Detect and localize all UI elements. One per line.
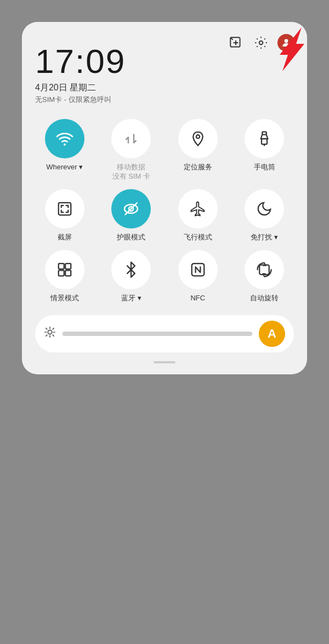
flashlight-icon bbox=[256, 130, 273, 147]
airplane-icon bbox=[190, 201, 206, 217]
quick-toggles-grid: Wherever ▾ 移动数据没有 SIM 卡 定位服务 bbox=[35, 119, 294, 303]
control-panel: 17:09 4月20日 星期二 无SIM卡 - 仅限紧急呼叫 Wherever … bbox=[22, 22, 307, 374]
svg-point-5 bbox=[196, 135, 200, 138]
svg-rect-7 bbox=[262, 139, 267, 144]
svg-rect-18 bbox=[260, 265, 270, 275]
rotate-label: 自动旋转 bbox=[250, 294, 279, 303]
location-circle bbox=[178, 119, 218, 158]
sun-icon bbox=[44, 326, 56, 338]
svg-rect-13 bbox=[59, 264, 64, 269]
edit-button[interactable] bbox=[227, 34, 245, 52]
bluetooth-toggle[interactable]: 蓝牙 ▾ bbox=[102, 250, 161, 303]
eye-protect-toggle[interactable]: 护眼模式 bbox=[102, 189, 161, 242]
bluetooth-icon bbox=[123, 261, 139, 278]
rotate-circle bbox=[245, 250, 284, 289]
svg-point-4 bbox=[64, 144, 65, 146]
wifi-circle bbox=[45, 119, 84, 158]
person-icon bbox=[281, 37, 292, 48]
top-icon-bar bbox=[227, 34, 295, 52]
eye-protect-label: 护眼模式 bbox=[117, 233, 145, 242]
wifi-toggle[interactable]: Wherever ▾ bbox=[35, 119, 94, 181]
location-label: 定位服务 bbox=[184, 163, 212, 172]
time-section: 17:09 4月20日 星期二 无SIM卡 - 仅限紧急呼叫 bbox=[35, 43, 294, 105]
nfc-toggle[interactable]: NFC bbox=[168, 250, 228, 303]
svg-point-1 bbox=[259, 41, 263, 45]
scene-toggle[interactable]: 情景模式 bbox=[35, 250, 94, 303]
brightness-fill bbox=[63, 332, 120, 336]
eye-protect-icon bbox=[122, 200, 140, 218]
wifi-icon bbox=[56, 130, 73, 147]
rotate-toggle[interactable]: 自动旋转 bbox=[235, 250, 294, 303]
dnd-toggle[interactable]: 免打扰 ▾ bbox=[235, 189, 294, 242]
svg-rect-14 bbox=[65, 264, 71, 269]
location-toggle[interactable]: 定位服务 bbox=[168, 119, 228, 181]
svg-rect-15 bbox=[59, 270, 64, 276]
mobile-label: 移动数据没有 SIM 卡 bbox=[112, 163, 150, 181]
brightness-slider[interactable] bbox=[63, 332, 252, 336]
panel-handle bbox=[154, 361, 175, 363]
profile-button[interactable] bbox=[277, 34, 295, 52]
flashlight-toggle[interactable]: 手电筒 bbox=[235, 119, 294, 181]
location-icon bbox=[190, 130, 206, 147]
bluetooth-label: 蓝牙 ▾ bbox=[121, 294, 141, 303]
nfc-circle bbox=[178, 250, 218, 289]
edit-icon bbox=[229, 36, 243, 50]
flashlight-label: 手电筒 bbox=[254, 163, 275, 172]
dnd-icon bbox=[256, 201, 273, 217]
screenshot-label: 截屏 bbox=[58, 233, 72, 242]
settings-button[interactable] bbox=[252, 34, 270, 52]
scene-label: 情景模式 bbox=[50, 294, 79, 303]
mobile-circle bbox=[111, 119, 151, 158]
dnd-label: 免打扰 ▾ bbox=[251, 233, 278, 242]
svg-line-25 bbox=[53, 335, 54, 336]
brightness-icon bbox=[44, 326, 56, 341]
svg-point-19 bbox=[48, 330, 52, 334]
profile-avatar-button[interactable]: A bbox=[259, 321, 285, 347]
svg-point-2 bbox=[285, 39, 288, 43]
eye-protect-circle bbox=[111, 189, 151, 229]
bluetooth-circle bbox=[111, 250, 151, 289]
screenshot-icon bbox=[56, 201, 73, 217]
mobile-data-icon bbox=[123, 130, 139, 147]
svg-rect-16 bbox=[65, 270, 71, 276]
airplane-label: 飞行模式 bbox=[184, 233, 212, 242]
nfc-icon bbox=[190, 261, 206, 278]
screenshot-circle bbox=[45, 189, 84, 229]
airplane-circle bbox=[178, 189, 218, 229]
svg-rect-6 bbox=[263, 132, 267, 135]
brightness-row: A bbox=[35, 315, 294, 352]
rotate-icon bbox=[256, 261, 273, 278]
screenshot-toggle[interactable]: 截屏 bbox=[35, 189, 94, 242]
svg-line-27 bbox=[46, 335, 47, 336]
mobile-data-toggle[interactable]: 移动数据没有 SIM 卡 bbox=[102, 119, 161, 181]
svg-line-26 bbox=[53, 328, 54, 329]
scene-circle bbox=[45, 250, 84, 289]
sim-status: 无SIM卡 - 仅限紧急呼叫 bbox=[35, 95, 294, 105]
nfc-label: NFC bbox=[190, 294, 205, 303]
gear-icon bbox=[254, 36, 268, 50]
flashlight-circle bbox=[245, 119, 284, 158]
svg-line-24 bbox=[46, 328, 47, 329]
dnd-circle bbox=[245, 189, 284, 229]
date-display: 4月20日 星期二 bbox=[35, 82, 294, 94]
svg-rect-9 bbox=[59, 203, 71, 215]
wifi-label: Wherever ▾ bbox=[46, 163, 83, 172]
airplane-toggle[interactable]: 飞行模式 bbox=[168, 189, 228, 242]
scene-icon bbox=[56, 261, 73, 278]
